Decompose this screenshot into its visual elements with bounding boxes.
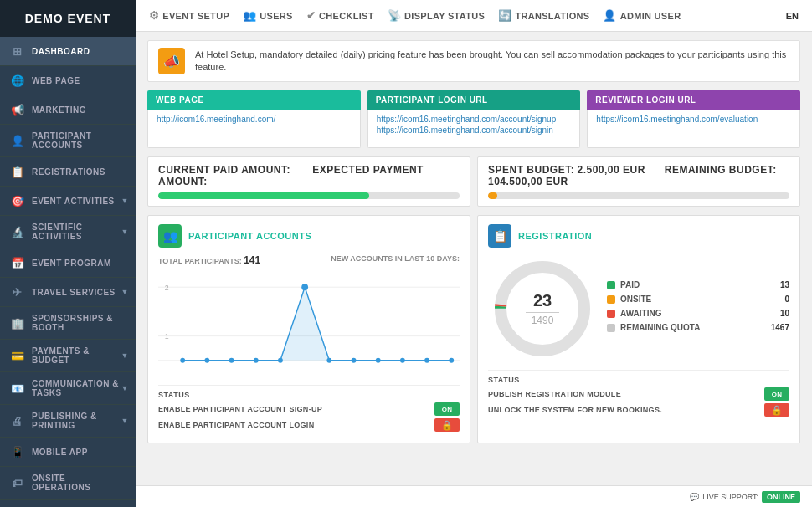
lang-selector[interactable]: EN	[786, 11, 799, 21]
current-paid-label: CURRENT PAID AMOUNT:	[158, 164, 290, 176]
content-area: 📣 At Hotel Setup, mandatory detailed (da…	[136, 32, 812, 485]
live-support-icon: 💬	[690, 493, 699, 501]
svg-text:1: 1	[165, 332, 169, 341]
unlock-status-row: UNLOCK THE SYSTEM FOR NEW BOOKINGS. 🔒	[488, 403, 789, 417]
sidebar-item-dashboard[interactable]: ⊞ DASHBOARD	[0, 37, 136, 66]
topnav-label-3: DISPLAY STATUS	[404, 11, 485, 21]
bottom-bar: 💬 LIVE SUPPORT: ONLINE	[136, 485, 812, 507]
sidebar-icon-10: 💳	[10, 348, 25, 363]
url-boxes: WEB PAGE http://icom16.meetinghand.com/ …	[147, 90, 800, 148]
sidebar-icon-11: 📧	[10, 381, 25, 396]
url-link-1[interactable]: https://icom16.meetinghand.com/account/s…	[377, 125, 572, 135]
sidebar-item-mobile-app[interactable]: 📱 MOBILE APP	[0, 438, 136, 467]
participant-icon: 👥	[158, 224, 182, 248]
budget-bar-fill-right	[488, 192, 497, 199]
legend-count-1: 0	[784, 294, 789, 304]
svg-text:2: 2	[165, 284, 169, 292]
sidebar-item-payments---budget[interactable]: 💳 PAYMENTS & BUDGET ▼	[0, 340, 136, 372]
publish-status-row: PUBLISH REGISTRATION MODULE ON	[488, 387, 789, 401]
sidebar-item-participant-accounts[interactable]: 👤 PARTICIPANT ACCOUNTS	[0, 125, 136, 157]
bottom-panels: 👥 PARTICIPANT ACCOUNTS TOTAL PARTICIPANT…	[147, 215, 800, 443]
url-box-1: PARTICIPANT LOGIN URL https://icom16.mee…	[367, 90, 581, 148]
svg-point-16	[424, 358, 429, 363]
topnav-label-5: ADMIN USER	[620, 11, 681, 21]
legend-item-3: REMAINING QUOTA 1467	[607, 323, 789, 332]
sidebar-item-sponsorships---booth[interactable]: 🏢 SPONSORSHIPS & BOOTH	[0, 307, 136, 340]
sidebar-label-9: SPONSORSHIPS & BOOTH	[32, 314, 126, 332]
spent-budget-label: SPENT BUDGET:	[488, 164, 574, 176]
budget-bar-fill-left	[158, 192, 369, 199]
topnav-item-checklist[interactable]: ✔CHECKLIST	[306, 9, 374, 22]
chevron-icon-12: ▼	[121, 417, 129, 425]
topnav-icon-0: ⚙	[149, 9, 159, 22]
topnav-item-users[interactable]: 👥USERS	[243, 9, 293, 22]
url-link-1[interactable]: https://icom16.meetinghand.com/account/s…	[377, 115, 572, 124]
sidebar-label-6: SCIENTIFIC ACTIVITIES	[32, 223, 126, 241]
sidebar-item-web-page[interactable]: 🌐 WEB PAGE	[0, 66, 136, 95]
sidebar-item-marketing[interactable]: 📢 MARKETING	[0, 95, 136, 125]
donut-chart: 23 1490	[488, 254, 597, 363]
legend-dot-2	[607, 310, 615, 318]
sidebar-label-4: REGISTRATIONS	[32, 167, 105, 177]
sidebar-label-13: MOBILE APP	[32, 448, 88, 457]
alert-banner: 📣 At Hotel Setup, mandatory detailed (da…	[147, 40, 800, 82]
url-box-header-1: PARTICIPANT LOGIN URL	[367, 90, 581, 110]
topnav-label-4: TRANSLATIONS	[515, 11, 589, 21]
sidebar-item-scientific-activities[interactable]: 🔬 SCIENTIFIC ACTIVITIES ▼	[0, 216, 136, 248]
donut-top: 23	[526, 291, 559, 310]
sidebar-item-onsite-operations[interactable]: 🏷 ONSITE OPERATIONS	[0, 467, 136, 499]
url-box-2: REVIEWER LOGIN URL https://icom16.meetin…	[587, 90, 800, 148]
top-nav: ⚙EVENT SETUP👥USERS✔CHECKLIST📡DISPLAY STA…	[136, 0, 812, 32]
sidebar-item-event-activities[interactable]: 🎯 EVENT ACTIVITIES ▼	[0, 187, 136, 216]
unlock-status-badge: 🔒	[764, 403, 789, 417]
legend-count-2: 10	[780, 309, 789, 318]
donut-divider	[526, 312, 559, 313]
registration-status-section: STATUS PUBLISH REGISTRATION MODULE ON UN…	[488, 370, 789, 417]
svg-point-9	[254, 358, 259, 363]
url-box-header-0: WEB PAGE	[147, 90, 361, 110]
sidebar-item-registrations[interactable]: 📋 REGISTRATIONS	[0, 157, 136, 187]
svg-point-11	[301, 284, 308, 290]
sidebar-label-11: COMMUNICATION & TASKS	[32, 379, 126, 397]
chevron-icon-5: ▼	[121, 197, 129, 205]
topnav-icon-5: 👤	[603, 9, 616, 22]
sidebar-icon-1: 🌐	[10, 73, 25, 88]
sidebar-icon-2: 📢	[10, 102, 25, 117]
svg-point-13	[352, 358, 357, 363]
topnav-icon-2: ✔	[306, 9, 316, 22]
sidebar-label-8: TRAVEL SERVICES	[32, 288, 116, 297]
sidebar-icon-4: 📋	[10, 164, 25, 179]
svg-point-8	[229, 358, 234, 363]
topnav-item-event-setup[interactable]: ⚙EVENT SETUP	[149, 9, 229, 22]
sidebar-item-travel-services[interactable]: ✈ TRAVEL SERVICES ▼	[0, 278, 136, 307]
topnav-item-translations[interactable]: 🔄TRANSLATIONS	[498, 9, 589, 22]
url-box-body-2: https://icom16.meetinghand.com/evaluatio…	[587, 110, 800, 148]
svg-point-17	[449, 358, 454, 363]
donut-center: 23 1490	[526, 291, 559, 326]
legend-dot-0	[607, 281, 615, 289]
total-value: 141	[244, 254, 260, 266]
participant-panel-title: PARTICIPANT ACCOUNTS	[188, 231, 311, 241]
registration-status-label: STATUS	[488, 376, 789, 384]
svg-point-14	[376, 358, 381, 363]
topnav-item-display-status[interactable]: 📡DISPLAY STATUS	[388, 9, 485, 22]
sidebar-icon-0: ⊞	[10, 44, 25, 59]
budget-panel-right: SPENT BUDGET: 2.500,00 EUR REMAINING BUD…	[477, 156, 800, 207]
sidebar-item-communication---tasks[interactable]: 📧 COMMUNICATION & TASKS ▼	[0, 372, 136, 405]
sidebar-nav: ⊞ DASHBOARD 🌐 WEB PAGE 📢 MARKETING 👤 PAR…	[0, 37, 136, 499]
participant-status-label: STATUS	[158, 391, 460, 399]
topnav-icon-3: 📡	[388, 9, 401, 22]
url-link-0[interactable]: http://icom16.meetinghand.com/	[157, 115, 352, 124]
app-title: DEMO EVENT	[25, 12, 111, 25]
sidebar-icon-7: 📅	[10, 255, 25, 270]
url-link-2[interactable]: https://icom16.meetinghand.com/evaluatio…	[596, 115, 791, 124]
sidebar-item-event-program[interactable]: 📅 EVENT PROGRAM	[0, 248, 136, 278]
topnav-item-admin-user[interactable]: 👤ADMIN USER	[603, 9, 681, 22]
budget-right-labels: SPENT BUDGET: 2.500,00 EUR REMAINING BUD…	[488, 164, 789, 187]
remaining-budget-value: 104.500,00 EUR	[488, 176, 568, 187]
sidebar-icon-8: ✈	[10, 284, 25, 300]
donut-bottom: 1490	[526, 315, 559, 326]
sidebar-icon-3: 👤	[10, 133, 25, 148]
sidebar-item-publishing---printing[interactable]: 🖨 PUBLISHING & PRINTING ▼	[0, 405, 136, 438]
legend-dot-1	[607, 295, 615, 304]
